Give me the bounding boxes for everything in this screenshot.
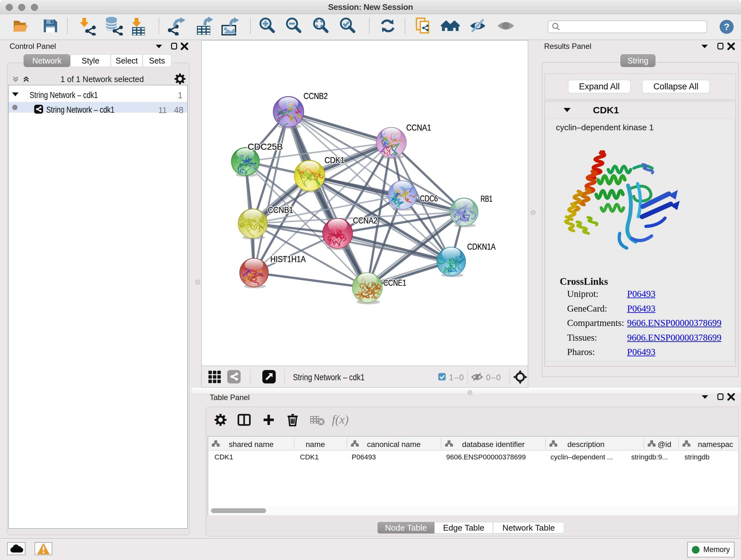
- svg-text:CCNB2: CCNB2: [304, 91, 328, 101]
- svg-text:CDC6: CDC6: [420, 193, 438, 203]
- svg-text:CCNE1: CCNE1: [383, 278, 406, 288]
- svg-text:RB1: RB1: [481, 194, 492, 204]
- svg-text:CDKN1A: CDKN1A: [467, 242, 495, 252]
- svg-text:CCNA2: CCNA2: [353, 215, 378, 226]
- svg-text:HIST1H1A: HIST1H1A: [270, 254, 306, 264]
- svg-text:CCNA1: CCNA1: [406, 123, 431, 132]
- svg-text:CCNB1: CCNB1: [268, 205, 293, 215]
- svg-text:CDK1: CDK1: [325, 155, 345, 165]
- svg-text:CDC25B: CDC25B: [248, 142, 283, 152]
